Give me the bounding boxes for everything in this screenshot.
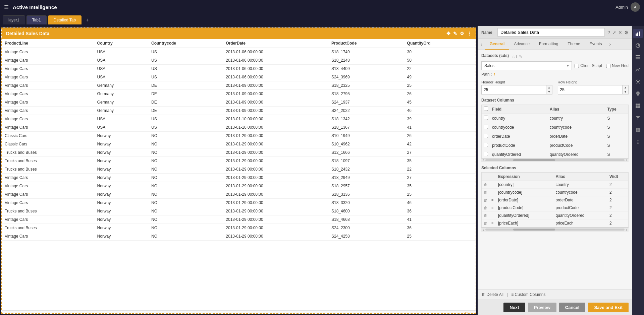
client-script-checkbox[interactable]: Client Script: [575, 63, 602, 68]
more-icon[interactable]: ⋮: [467, 31, 472, 36]
sel-scroll-left[interactable]: ‹: [483, 227, 484, 232]
col-field: orderDate: [490, 132, 548, 141]
col-header-alias: Alias: [548, 105, 605, 114]
table-cell: 2013-01-06 00:00:00: [223, 65, 329, 73]
client-script-check[interactable]: [575, 64, 579, 68]
cancel-button[interactable]: Cancel: [559, 303, 586, 312]
header-height-down[interactable]: ▼: [546, 90, 552, 94]
row-height-group: Row Height ▲ ▼: [558, 80, 629, 94]
home-icon[interactable]: ⌂: [512, 54, 515, 59]
col-checkbox[interactable]: [484, 143, 488, 147]
delete-all-button[interactable]: 🗑 Delete All: [481, 292, 503, 297]
panel-tab-theme[interactable]: Theme: [563, 39, 585, 50]
table-cell: USA: [95, 65, 149, 73]
panel-tabs: ‹ General Advance Formatting Theme Event…: [478, 39, 632, 50]
trash-icon[interactable]: 🗑: [484, 221, 487, 225]
table-row: Vintage CarsNorwayNO2013-01-29 00:00:00S…: [2, 182, 476, 190]
sel-col-wrap[interactable]: Expression Alias Widt 🗑 = [country] coun…: [481, 172, 629, 228]
sidebar-icon-pie[interactable]: [633, 41, 643, 50]
sidebar-icon-more1[interactable]: [633, 125, 643, 135]
col-horiz-scrollbar[interactable]: ‹ ›: [481, 158, 629, 162]
panel-tab-events[interactable]: Events: [585, 39, 607, 50]
panel-tab-general[interactable]: General: [485, 39, 509, 50]
panel-tab-advance[interactable]: Advance: [509, 39, 534, 50]
svg-rect-5: [636, 58, 640, 59]
settings-icon-panel[interactable]: ⚙: [624, 30, 629, 35]
sidebar-icon-grid2[interactable]: [633, 101, 643, 111]
edit-ds-icon[interactable]: ✎: [519, 54, 522, 59]
col-checkbox[interactable]: [484, 116, 488, 120]
app-title: Active Intelligence: [13, 4, 57, 10]
save-exit-button[interactable]: Save and Exit: [588, 303, 629, 312]
table-cell: 27: [405, 174, 476, 182]
datasets-label: Datasets (cds): [481, 53, 509, 58]
trash-icon[interactable]: 🗑: [484, 183, 487, 187]
panel-name-input[interactable]: [497, 28, 605, 37]
col-checkbox[interactable]: [484, 134, 488, 138]
sidebar-icon-settings[interactable]: [633, 77, 643, 86]
sidebar-icon-map[interactable]: [633, 89, 643, 99]
sel-horiz-scrollbar[interactable]: ‹ ›: [481, 228, 629, 232]
avatar[interactable]: A: [631, 2, 640, 12]
col-select-all[interactable]: [484, 107, 488, 111]
new-grid-checkbox[interactable]: New Grid: [606, 63, 629, 68]
data-table-wrapper[interactable]: ProductLine Country Countrycode OrderDat…: [2, 39, 476, 310]
hamburger-menu[interactable]: ☰: [4, 4, 9, 10]
header-height-up[interactable]: ▲: [546, 85, 552, 90]
table-cell: 26: [405, 90, 476, 98]
preview-button[interactable]: Preview: [528, 303, 556, 312]
next-button[interactable]: Next: [503, 303, 525, 312]
col-table-wrap[interactable]: Field Alias Type country country S count…: [481, 105, 629, 158]
table-cell: NO: [149, 132, 223, 140]
resize-icon[interactable]: ⤢: [612, 30, 616, 35]
table-cell: Vintage Cars: [2, 98, 95, 107]
help-icon[interactable]: ?: [607, 30, 610, 35]
edit-icon[interactable]: ✎: [453, 31, 457, 36]
settings-icon[interactable]: ⚙: [460, 31, 464, 36]
scroll-left-arrow[interactable]: ‹: [483, 158, 484, 163]
eq-icon: =: [491, 190, 493, 194]
tab-tab1[interactable]: Tab1: [26, 15, 47, 24]
table-cell: S10_4962: [329, 140, 405, 148]
header-height-group: Header Height ▲ ▼: [481, 80, 552, 94]
col-checkbox[interactable]: [484, 125, 488, 129]
trash-icon[interactable]: 🗑: [484, 198, 487, 202]
datasets-select[interactable]: Sales ▾: [481, 61, 572, 70]
tab-nav-right[interactable]: ›: [606, 40, 613, 49]
row-height-input[interactable]: [558, 86, 623, 93]
sidebar-icon-filter[interactable]: [633, 113, 643, 123]
header-height-input[interactable]: [482, 86, 546, 93]
panel-tab-formatting[interactable]: Formatting: [534, 39, 563, 50]
trash-icon[interactable]: 🗑: [484, 190, 487, 194]
row-height-down[interactable]: ▼: [623, 90, 628, 94]
custom-columns-button[interactable]: ≡ Custom Columns: [511, 292, 545, 297]
move-icon[interactable]: ✥: [446, 31, 450, 36]
tab-layer1[interactable]: layer1: [3, 15, 25, 24]
svg-rect-8: [636, 104, 638, 106]
table-cell: S24_2300: [329, 224, 405, 232]
trash-icon[interactable]: 🗑: [484, 213, 487, 217]
info-icon[interactable]: ℹ: [516, 54, 518, 59]
col-checkbox[interactable]: [484, 152, 488, 156]
sel-col-body: 🗑 = [country] country 2 🗑 = [countrycode…: [482, 181, 628, 227]
col-table-body: country country S countrycode countrycod…: [482, 114, 628, 158]
add-tab-button[interactable]: +: [83, 16, 91, 24]
more-link[interactable]: More: [465, 311, 473, 314]
sel-col-width: 2: [607, 211, 628, 219]
table-cell: Vintage Cars: [2, 182, 95, 190]
table-row: Vintage CarsUSAUS2013-01-10 00:00:00S18_…: [2, 123, 476, 132]
close-icon[interactable]: ✕: [618, 30, 622, 35]
tab-detailed[interactable]: Detailed Tab: [48, 15, 82, 24]
sidebar-icon-table[interactable]: [633, 53, 643, 62]
scroll-right-arrow[interactable]: ›: [626, 158, 627, 163]
sidebar-icon-linechart[interactable]: [633, 65, 643, 74]
table-cell: 49: [405, 73, 476, 81]
sidebar-icon-more2[interactable]: [633, 137, 643, 147]
trash-icon[interactable]: 🗑: [484, 206, 487, 210]
new-grid-check[interactable]: [606, 64, 610, 68]
sel-scroll-right[interactable]: ›: [626, 227, 627, 232]
row-height-up[interactable]: ▲: [623, 85, 628, 90]
sidebar-icon-charts[interactable]: [633, 29, 643, 38]
table-cell: 2013-01-09 00:00:00: [223, 81, 329, 90]
tab-nav-left[interactable]: ‹: [478, 40, 485, 49]
